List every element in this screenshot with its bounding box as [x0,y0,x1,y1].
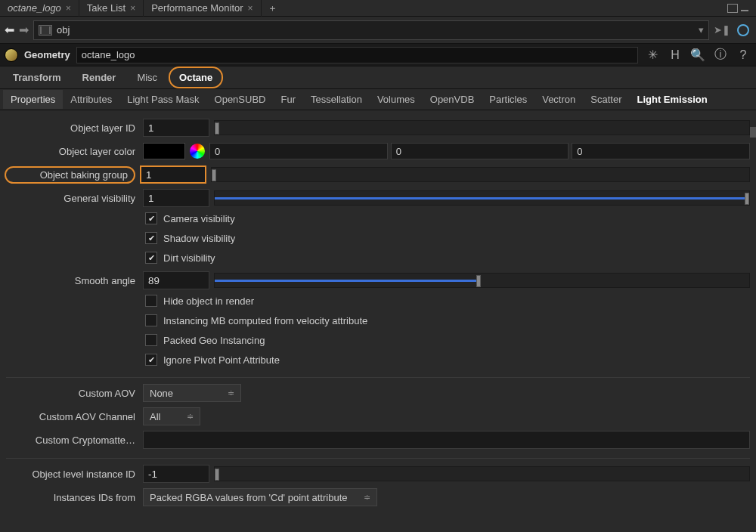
tab-render[interactable]: Render [73,67,126,88]
checkbox-dirt-visibility[interactable]: ✔ [145,252,157,264]
input-custom-cryptomatte[interactable] [143,431,750,449]
subtab-openvdb[interactable]: OpenVDB [423,90,482,109]
slider-instance-id[interactable] [214,466,750,481]
forward-button[interactable]: ➡ [19,23,29,37]
doc-tab-take-list[interactable]: Take List × [79,0,144,17]
subtab-particles[interactable]: Particles [482,90,534,109]
label-instancing-mb: Instancing MB computed from velocity att… [163,315,367,326]
node-header: Geometry octane_logo ✳ H 🔍 ⓘ ? [0,44,756,66]
input-instance-id[interactable] [143,465,209,483]
color-wheel-icon[interactable] [190,144,205,159]
select-instances-from[interactable]: Packed RGBA values from 'Cd' point attri… [143,488,377,506]
label-packed-geo: Packed Geo Instancing [163,335,265,346]
label-object-layer-id: Object layer ID [6,122,138,134]
slider-general-visibility[interactable] [214,190,750,206]
node-type-label: Geometry [24,49,70,60]
pin-icon[interactable]: ➤❚ [714,22,730,39]
doc-tab-label: Performance Monitor [151,2,243,14]
select-custom-aov[interactable]: None ≑ [143,384,241,402]
chevron-updown-icon: ≑ [187,412,194,422]
subtab-properties[interactable]: Properties [3,90,63,109]
subtab-attributes[interactable]: Attributes [63,90,119,109]
row-custom-cryptomatte: Custom Cryptomatte… [6,429,750,450]
label-instance-id: Object level instance ID [6,469,138,480]
path-input[interactable]: obj ▾ [33,20,709,40]
label-custom-aov: Custom AOV [6,388,138,399]
minimize-icon[interactable] [741,5,751,11]
subtab-opensubd[interactable]: OpenSUBD [207,90,274,109]
close-icon[interactable]: × [248,3,253,14]
color-swatch[interactable] [143,143,185,159]
houdini-icon[interactable]: H [667,48,683,62]
subtab-volumes[interactable]: Volumes [370,90,423,109]
row-hide-object: Hide object in render [6,291,750,311]
checkbox-camera-visibility[interactable]: ✔ [145,212,157,224]
input-object-baking-group[interactable] [140,165,206,184]
tab-transform[interactable]: Transform [3,67,71,88]
checkbox-ignore-pivot[interactable]: ✔ [145,354,157,366]
subtab-light-pass-mask[interactable]: Light Pass Mask [119,90,206,109]
side-handle[interactable] [750,127,756,138]
label-camera-visibility: Camera visibility [163,213,235,224]
select-value: All [150,411,160,422]
input-general-visibility[interactable] [143,189,209,207]
slider-object-layer-id[interactable] [214,120,750,135]
select-custom-aov-channel[interactable]: All ≑ [143,407,200,425]
tab-octane[interactable]: Octane [169,66,223,88]
row-object-layer-color: Object layer color 0 0 0 [6,141,750,162]
close-icon[interactable]: × [130,3,135,14]
label-instances-from: Instances IDs from [6,492,138,503]
row-general-visibility: General visibility [6,187,750,209]
context-icon [39,25,52,36]
sub-tabs: Properties Attributes Light Pass Mask Op… [0,89,756,110]
checkbox-packed-geo[interactable] [145,334,157,346]
subtab-scatter[interactable]: Scatter [583,90,629,109]
close-icon[interactable]: × [66,3,71,14]
slider-smooth-angle[interactable] [214,273,750,288]
input-color-b[interactable]: 0 [572,143,750,159]
back-button[interactable]: ⬅ [5,23,14,37]
select-value: None [150,388,173,399]
tab-misc[interactable]: Misc [127,67,167,88]
subtab-light-emission[interactable]: Light Emission [629,90,714,109]
row-object-baking-group: Object baking group [6,164,750,185]
chevron-updown-icon: ≑ [228,388,234,398]
gear-icon[interactable]: ✳ [644,48,661,62]
search-icon[interactable]: 🔍 [689,48,706,62]
info-icon[interactable]: ⓘ [712,47,729,63]
checkbox-shadow-visibility[interactable]: ✔ [145,232,157,244]
node-name-text: octane_logo [82,49,135,60]
input-color-g[interactable]: 0 [391,143,569,159]
select-value: Packed RGBA values from 'Cd' point attri… [150,492,347,503]
label-shadow-visibility: Shadow visibility [163,233,235,244]
chevron-down-icon[interactable]: ▾ [699,24,704,36]
doc-tab-performance-monitor[interactable]: Performance Monitor × [144,0,261,17]
checkbox-instancing-mb[interactable] [145,314,157,326]
help-icon[interactable]: ? [735,48,751,62]
row-instancing-mb: Instancing MB computed from velocity att… [6,311,750,330]
row-custom-aov-channel: Custom AOV Channel All ≑ [6,406,750,427]
row-smooth-angle: Smooth angle [6,270,750,291]
input-smooth-angle[interactable] [143,271,209,289]
chevron-updown-icon: ≑ [364,493,370,503]
target-icon[interactable] [735,22,751,39]
input-object-layer-id[interactable] [143,119,209,137]
subtab-tessellation[interactable]: Tessellation [303,90,370,109]
doc-tab-octane-logo[interactable]: octane_logo × [0,0,79,17]
path-navigation: ⬅ ➡ obj ▾ ➤❚ [0,17,756,44]
row-dirt-visibility: ✔ Dirt visibility [6,248,750,268]
slider-object-baking-group[interactable] [211,167,750,182]
path-text: obj [57,24,70,36]
row-object-layer-id: Object layer ID [6,117,750,138]
input-color-r[interactable]: 0 [209,143,388,159]
row-custom-aov: Custom AOV None ≑ [6,382,750,404]
label-hide-object: Hide object in render [163,295,254,307]
maximize-icon[interactable] [727,4,738,13]
subtab-fur[interactable]: Fur [273,90,303,109]
row-shadow-visibility: ✔ Shadow visibility [6,228,750,248]
node-name-input[interactable]: octane_logo [76,47,638,63]
checkbox-hide-object[interactable] [145,295,157,307]
color-rgb-inputs: 0 0 0 [209,143,750,159]
new-tab-button[interactable]: ＋ [262,2,284,15]
subtab-vectron[interactable]: Vectron [534,90,583,109]
